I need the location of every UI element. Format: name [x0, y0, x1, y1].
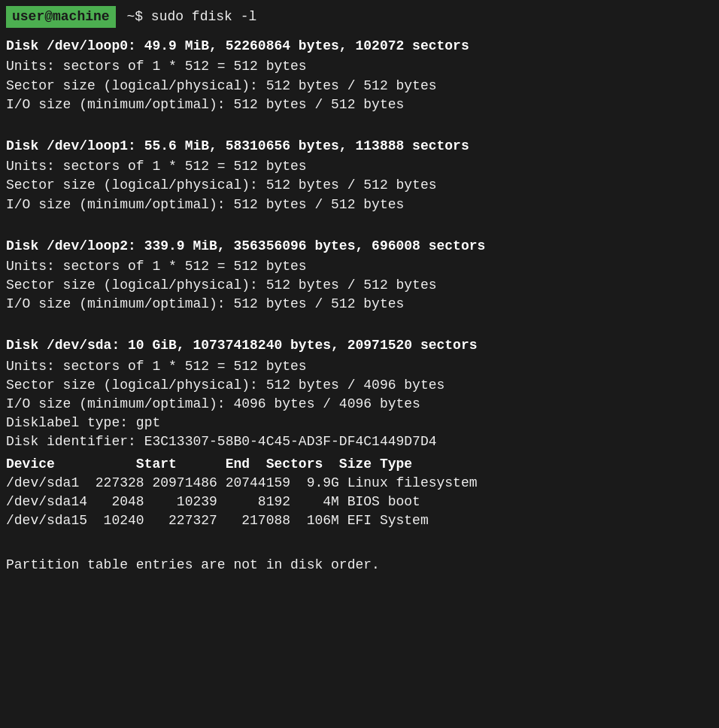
- disk-loop1: Disk /dev/loop1: 55.6 MiB, 58310656 byte…: [6, 137, 713, 214]
- disk-loop2-header: Disk /dev/loop2: 339.9 MiB, 356356096 by…: [6, 237, 713, 256]
- disk-loop1-sector-size: Sector size (logical/physical): 512 byte…: [6, 176, 713, 195]
- partition-note: Partition table entries are not in disk …: [6, 556, 713, 575]
- disk-sda-sector-size: Sector size (logical/physical): 512 byte…: [6, 376, 713, 395]
- disk-loop1-units: Units: sectors of 1 * 512 = 512 bytes: [6, 157, 713, 176]
- disk-sda-identifier: Disk identifier: E3C13307-58B0-4C45-AD3F…: [6, 432, 713, 451]
- partition-table: Device Start End Sectors Size Type /dev/…: [6, 455, 713, 531]
- disk-loop2-io-size: I/O size (minimum/optimal): 512 bytes / …: [6, 295, 713, 314]
- disk-sda-units: Units: sectors of 1 * 512 = 512 bytes: [6, 357, 713, 376]
- prompt-user: user@machine: [6, 6, 116, 28]
- prompt-command: ~$ sudo fdisk -l: [119, 8, 257, 26]
- disk-sda-header: Disk /dev/sda: 10 GiB, 10737418240 bytes…: [6, 336, 713, 355]
- partition-sda14: /dev/sda14 2048 10239 8192 4M BIOS boot: [6, 493, 713, 511]
- disk-sda-disklabel: Disklabel type: gpt: [6, 414, 713, 432]
- prompt-line: user@machine ~$ sudo fdisk -l: [6, 6, 713, 28]
- disk-loop2: Disk /dev/loop2: 339.9 MiB, 356356096 by…: [6, 237, 713, 314]
- disk-sda: Disk /dev/sda: 10 GiB, 10737418240 bytes…: [6, 336, 713, 451]
- terminal-window: user@machine ~$ sudo fdisk -l Disk /dev/…: [0, 0, 719, 728]
- disk-sda-io-size: I/O size (minimum/optimal): 4096 bytes /…: [6, 395, 713, 414]
- partition-sda1: /dev/sda1 227328 20971486 20744159 9.9G …: [6, 474, 713, 493]
- partition-table-header: Device Start End Sectors Size Type: [6, 455, 713, 474]
- disk-loop0-sector-size: Sector size (logical/physical): 512 byte…: [6, 77, 713, 96]
- disk-loop1-header: Disk /dev/loop1: 55.6 MiB, 58310656 byte…: [6, 137, 713, 156]
- disk-loop0-units: Units: sectors of 1 * 512 = 512 bytes: [6, 57, 713, 76]
- disk-loop0-header: Disk /dev/loop0: 49.9 MiB, 52260864 byte…: [6, 37, 713, 56]
- disk-loop2-units: Units: sectors of 1 * 512 = 512 bytes: [6, 257, 713, 276]
- disk-loop0-io-size: I/O size (minimum/optimal): 512 bytes / …: [6, 96, 713, 114]
- disk-loop1-io-size: I/O size (minimum/optimal): 512 bytes / …: [6, 196, 713, 214]
- disk-loop0: Disk /dev/loop0: 49.9 MiB, 52260864 byte…: [6, 37, 713, 114]
- partition-sda15: /dev/sda15 10240 227327 217088 106M EFI …: [6, 511, 713, 530]
- disk-loop2-sector-size: Sector size (logical/physical): 512 byte…: [6, 276, 713, 295]
